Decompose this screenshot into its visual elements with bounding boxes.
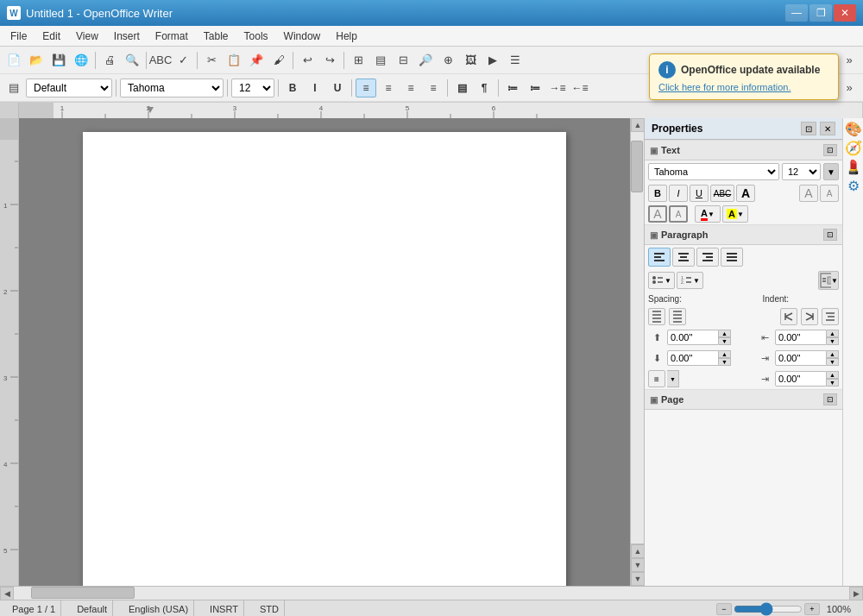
bullets-btn[interactable]: ≔ — [502, 79, 523, 97]
fields-btn[interactable]: ⊟ — [393, 51, 413, 70]
scroll-down-btn[interactable]: ▼ — [631, 572, 645, 586]
indent-after-up[interactable]: ▲ — [827, 350, 839, 358]
save-btn[interactable]: 💾 — [48, 51, 69, 70]
props-italic-btn[interactable]: I — [669, 185, 688, 202]
spellcheck-btn[interactable]: ABC — [150, 51, 171, 70]
find-btn[interactable]: 🔎 — [415, 51, 436, 70]
increase-indent-btn[interactable]: →≡ — [547, 79, 568, 97]
new-btn[interactable]: 📄 — [3, 51, 24, 70]
extend-fmt-btn[interactable]: » — [839, 79, 860, 97]
para-align-center[interactable] — [672, 248, 695, 267]
doc-content[interactable] — [83, 132, 566, 586]
spacing-above-input[interactable] — [667, 330, 719, 345]
zoom-out-btn[interactable]: − — [716, 603, 732, 615]
minimize-button[interactable]: — — [785, 4, 808, 22]
line-spacing-down[interactable]: ▼ — [827, 379, 839, 387]
scroll-prev-page-btn[interactable]: ▲ — [631, 544, 645, 558]
para-section-options-btn[interactable]: ⊡ — [823, 229, 837, 241]
styles-btn[interactable]: ▤ — [3, 79, 24, 97]
indent-before-up[interactable]: ▲ — [827, 330, 839, 337]
close-button[interactable]: ✕ — [834, 4, 856, 22]
props-size-decrease-btn[interactable]: A — [820, 185, 839, 202]
props-shadow-btn[interactable]: A — [736, 185, 755, 202]
props-size-increase-btn[interactable]: A — [799, 185, 818, 202]
numbering-btn[interactable]: ≔ — [525, 79, 545, 97]
underline-btn[interactable]: U — [327, 79, 348, 97]
props-fontcolor-btn[interactable]: A ▼ — [695, 205, 721, 223]
spacing-above-up[interactable]: ▲ — [719, 330, 731, 337]
indent-after-input[interactable] — [775, 350, 827, 366]
paragraph-section-header[interactable]: ▣ Paragraph ⊡ — [645, 224, 842, 245]
menu-view[interactable]: View — [69, 28, 105, 44]
macro-btn[interactable]: ☰ — [505, 51, 526, 70]
menu-format[interactable]: Format — [148, 28, 195, 44]
scroll-next-page-btn[interactable]: ▼ — [631, 558, 645, 572]
media-btn[interactable]: ▶ — [482, 51, 503, 70]
spacing-below-down[interactable]: ▼ — [719, 358, 731, 366]
zoom-in-btn[interactable]: + — [804, 603, 820, 615]
menu-window[interactable]: Window — [277, 28, 328, 44]
font-size-spin-btn[interactable]: ▼ — [823, 163, 839, 180]
indent-right-icon[interactable] — [801, 308, 818, 325]
rsb-navigator-btn[interactable]: 🧭 — [845, 139, 862, 156]
rsb-props-btn[interactable]: ⚙ — [845, 177, 862, 194]
line-spacing-input[interactable] — [775, 371, 827, 387]
format-brush-btn[interactable]: 🖌 — [268, 51, 289, 70]
indent-first-icon[interactable] — [822, 308, 839, 325]
menu-help[interactable]: Help — [329, 28, 364, 44]
hscroll-right-btn[interactable]: ▶ — [849, 587, 863, 600]
props-highlight-btn[interactable]: A ▼ — [722, 205, 748, 223]
bold-btn[interactable]: B — [282, 79, 303, 97]
columns-layout-btn[interactable]: ▤ — [451, 79, 472, 97]
redo-btn[interactable]: ↪ — [319, 51, 340, 70]
font-size-select[interactable]: 12 — [231, 79, 274, 97]
spacing-below-up[interactable]: ▲ — [719, 350, 731, 358]
menu-edit[interactable]: Edit — [35, 28, 67, 44]
preview-btn[interactable]: 🔍 — [122, 51, 142, 70]
align-right-btn[interactable]: ≡ — [400, 79, 421, 97]
font-select[interactable]: Tahoma — [120, 79, 224, 97]
text-section-btn[interactable]: ⊡ — [823, 144, 837, 156]
numbering-list-btn[interactable]: 1. 2. ▼ — [677, 272, 703, 289]
para-align-right[interactable] — [696, 248, 719, 267]
scroll-track[interactable] — [631, 132, 644, 544]
page-section-header[interactable]: ▣ Page ⊡ — [645, 389, 842, 410]
props-bold-btn[interactable]: B — [648, 185, 667, 202]
page-section-options-btn[interactable]: ⊡ — [823, 393, 837, 405]
rsb-styles-btn[interactable]: 💄 — [845, 158, 862, 175]
line-spacing-dropdown[interactable]: ▼ — [667, 370, 679, 387]
props-strikethrough-btn[interactable]: ABC — [710, 185, 734, 202]
notif-body[interactable]: Click here for more information. — [658, 82, 829, 92]
chars-btn[interactable]: ¶ — [474, 79, 494, 97]
restore-button[interactable]: ❐ — [809, 4, 832, 22]
line-spacing-up[interactable]: ▲ — [827, 371, 839, 379]
columns-btn[interactable]: ▤ — [370, 51, 391, 70]
print-btn[interactable]: 🖨 — [99, 51, 120, 70]
save-remote-btn[interactable]: 🌐 — [71, 51, 91, 70]
line-spacing-icon-btn[interactable]: ≡ — [648, 370, 665, 387]
props-increase-size2[interactable]: A — [648, 205, 667, 223]
navigator-btn[interactable]: ⊕ — [438, 51, 458, 70]
gallery-btn[interactable]: 🖼 — [460, 51, 481, 70]
decrease-indent-btn[interactable]: ←≡ — [570, 79, 590, 97]
menu-file[interactable]: File — [3, 28, 34, 44]
zoom-slider[interactable] — [734, 604, 803, 614]
props-decrease-size2[interactable]: A — [669, 205, 688, 223]
paragraph-style-select[interactable]: Default — [26, 79, 112, 97]
rsb-gallery-btn[interactable]: 🎨 — [845, 120, 862, 137]
autocorrect-btn[interactable]: ✓ — [173, 51, 193, 70]
scroll-thumb[interactable] — [631, 141, 643, 192]
hscroll-left-btn[interactable]: ◀ — [0, 587, 14, 600]
indent-before-input[interactable] — [775, 330, 827, 345]
doc-page[interactable] — [83, 132, 566, 586]
cut-btn[interactable]: ✂ — [201, 51, 222, 70]
props-font-select[interactable]: Tahoma — [648, 163, 779, 180]
props-size-select[interactable]: 12 — [782, 163, 821, 180]
hscroll-thumb[interactable] — [31, 587, 135, 599]
align-center-btn[interactable]: ≡ — [378, 79, 399, 97]
open-btn[interactable]: 📂 — [26, 51, 47, 70]
doc-scroll-area[interactable] — [19, 118, 630, 586]
table-btn[interactable]: ⊞ — [348, 51, 369, 70]
undo-btn[interactable]: ↩ — [297, 51, 318, 70]
indent-after-down[interactable]: ▼ — [827, 358, 839, 366]
